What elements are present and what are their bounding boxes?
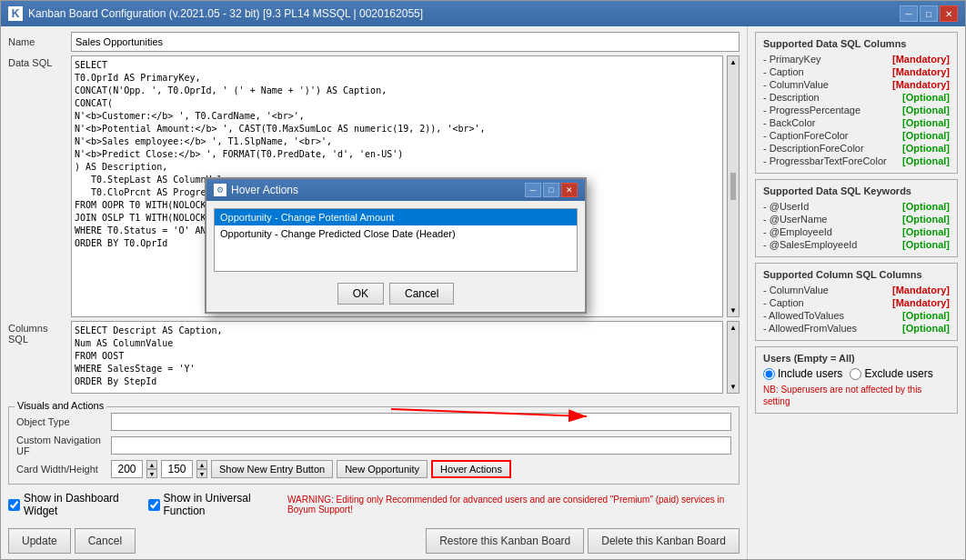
- card-size-label: Card Width/Height: [16, 464, 107, 475]
- list-item: - Caption [Mandatory]: [763, 65, 950, 78]
- supported-data-sql-items: - PrimaryKey [Mandatory] - Caption [Mand…: [763, 53, 950, 167]
- col-scrollbar-up-icon[interactable]: ▲: [730, 324, 737, 332]
- list-item: - DescriptionForeColor [Optional]: [763, 142, 950, 155]
- data-sql-label: Data SQL: [8, 55, 67, 317]
- users-note: NB: Superusers are not affected by this …: [763, 384, 950, 407]
- modal-title: Hover Actions: [231, 184, 298, 196]
- object-type-input[interactable]: [111, 413, 731, 431]
- list-item: - BackColor [Optional]: [763, 116, 950, 129]
- right-panel: Supported Data SQL Columns - PrimaryKey …: [747, 26, 965, 559]
- modal-restore-btn[interactable]: □: [543, 183, 559, 197]
- list-item: - @EmployeeId [Optional]: [763, 225, 950, 238]
- show-dashboard-checkbox[interactable]: [8, 499, 20, 511]
- list-item: - ColumnValue [Mandatory]: [763, 78, 950, 91]
- list-item: - @SalesEmployeeId [Optional]: [763, 238, 950, 251]
- exclude-users-radio[interactable]: [850, 368, 861, 380]
- object-type-label: Object Type: [16, 416, 107, 427]
- hover-actions-button[interactable]: Hover Actions: [431, 460, 511, 478]
- modal-footer: OK Cancel: [206, 279, 585, 312]
- footer-buttons: Update Cancel Restore this Kanban Board …: [8, 525, 740, 554]
- card-width-stepper[interactable]: ▲ ▼: [146, 460, 157, 478]
- supported-keywords-section: Supported Data SQL Keywords - @UserId [O…: [755, 179, 958, 257]
- window-title: Kanban Board Configuration (v.2021.05 - …: [28, 7, 423, 20]
- include-users-radio[interactable]: [763, 368, 775, 380]
- custom-nav-input[interactable]: [111, 436, 731, 455]
- modal-ok-button[interactable]: OK: [337, 283, 384, 305]
- show-universal-label: Show in Universal Function: [164, 492, 281, 517]
- hover-actions-modal: ⚙ Hover Actions ─ □ ✕ Opportunity - Chan…: [205, 177, 587, 314]
- include-users-text: Include users: [778, 367, 842, 380]
- delete-board-button[interactable]: Delete this Kanban Board: [588, 528, 740, 554]
- show-universal-checkbox-label[interactable]: Show in Universal Function: [148, 492, 281, 517]
- columns-sql-textarea[interactable]: [71, 321, 723, 394]
- warning-text: WARNING: Editing only Recommended for ad…: [287, 495, 740, 515]
- name-row: Name: [8, 32, 740, 52]
- card-size-row: Card Width/Height ▲ ▼ ▲ ▼: [16, 460, 731, 478]
- minimize-button[interactable]: ─: [900, 5, 918, 22]
- list-item: - ProgressPercentage [Optional]: [763, 104, 950, 116]
- list-item[interactable]: Opportunity - Change Potential Amount: [215, 209, 577, 225]
- cancel-button[interactable]: Cancel: [75, 528, 136, 554]
- list-item: - ColumnValue [Mandatory]: [763, 284, 950, 296]
- name-input[interactable]: [71, 32, 740, 52]
- name-label: Name: [8, 36, 67, 47]
- supported-column-sql-title: Supported Column SQL Columns: [763, 269, 950, 280]
- list-item: - AllowedFromValues [Optional]: [763, 322, 950, 335]
- list-item: - @UserId [Optional]: [763, 200, 950, 213]
- show-dashboard-checkbox-label[interactable]: Show in Dashboard Widget: [8, 492, 141, 517]
- new-opportunity-button[interactable]: New Opportunity: [337, 460, 428, 478]
- custom-nav-row: Custom Navigation UF: [16, 435, 731, 456]
- exclude-users-label[interactable]: Exclude users: [850, 367, 932, 380]
- modal-body: Opportunity - Change Potential Amount Op…: [206, 201, 585, 279]
- checkboxes-row: Show in Dashboard Widget Show in Univers…: [8, 488, 740, 521]
- col-scrollbar-down-icon[interactable]: ▼: [730, 383, 737, 391]
- list-item[interactable]: Opportunity - Change Predicted Close Dat…: [215, 225, 577, 242]
- width-increment-btn[interactable]: ▲: [146, 460, 157, 469]
- modal-icon: ⚙: [214, 184, 226, 196]
- close-button[interactable]: ✕: [940, 5, 958, 22]
- show-new-entry-button[interactable]: Show New Entry Button: [211, 460, 333, 478]
- scrollbar-thumb[interactable]: [730, 173, 736, 200]
- supported-keywords-title: Supported Data SQL Keywords: [763, 185, 950, 196]
- users-section: Users (Empty = All) Include users Exclud…: [755, 346, 958, 414]
- card-height-stepper[interactable]: ▲ ▼: [196, 460, 207, 478]
- list-item: - Caption [Mandatory]: [763, 296, 950, 309]
- list-item: - AllowedToValues [Optional]: [763, 309, 950, 322]
- column-sql-items: - ColumnValue [Mandatory] - Caption [Man…: [763, 284, 950, 335]
- window-controls: ─ □ ✕: [900, 5, 958, 22]
- keywords-items: - @UserId [Optional] - @UserName [Option…: [763, 200, 950, 251]
- show-universal-checkbox[interactable]: [148, 499, 160, 511]
- height-increment-btn[interactable]: ▲: [196, 460, 207, 469]
- height-decrement-btn[interactable]: ▼: [196, 469, 207, 478]
- app-icon: K: [8, 6, 23, 21]
- scrollbar-up-icon[interactable]: ▲: [730, 58, 737, 66]
- supported-data-sql-section: Supported Data SQL Columns - PrimaryKey …: [755, 32, 958, 174]
- modal-title-bar: ⚙ Hover Actions ─ □ ✕: [206, 179, 585, 201]
- card-height-input[interactable]: [161, 460, 193, 478]
- custom-nav-label: Custom Navigation UF: [16, 435, 107, 456]
- modal-close-btn[interactable]: ✕: [561, 183, 578, 197]
- card-width-input[interactable]: [111, 460, 143, 478]
- scrollbar-down-icon[interactable]: ▼: [730, 306, 737, 315]
- list-item: - CaptionForeColor [Optional]: [763, 129, 950, 142]
- supported-column-sql-section: Supported Column SQL Columns - ColumnVal…: [755, 263, 958, 341]
- users-section-title: Users (Empty = All): [763, 353, 950, 364]
- modal-minimize-btn[interactable]: ─: [525, 183, 541, 197]
- restore-button[interactable]: □: [920, 5, 938, 22]
- list-item: - PrimaryKey [Mandatory]: [763, 53, 950, 65]
- show-dashboard-label: Show in Dashboard Widget: [24, 492, 141, 517]
- restore-board-button[interactable]: Restore this Kanban Board: [426, 528, 584, 554]
- visuals-section: Visuals and Actions Object Type Custom N…: [8, 406, 740, 485]
- supported-data-sql-title: Supported Data SQL Columns: [763, 38, 950, 49]
- update-button[interactable]: Update: [8, 528, 71, 554]
- modal-cancel-button[interactable]: Cancel: [389, 283, 454, 305]
- modal-controls: ─ □ ✕: [525, 183, 578, 197]
- users-radio-group: Include users Exclude users: [763, 367, 950, 380]
- columns-sql-section: Columns SQL ▲ ▼: [8, 321, 740, 394]
- list-item: - @UserName [Optional]: [763, 213, 950, 225]
- visuals-title: Visuals and Actions: [15, 400, 106, 411]
- list-item: - Description [Optional]: [763, 91, 950, 104]
- include-users-label[interactable]: Include users: [763, 367, 842, 380]
- width-decrement-btn[interactable]: ▼: [146, 469, 157, 478]
- modal-list[interactable]: Opportunity - Change Potential Amount Op…: [214, 208, 578, 272]
